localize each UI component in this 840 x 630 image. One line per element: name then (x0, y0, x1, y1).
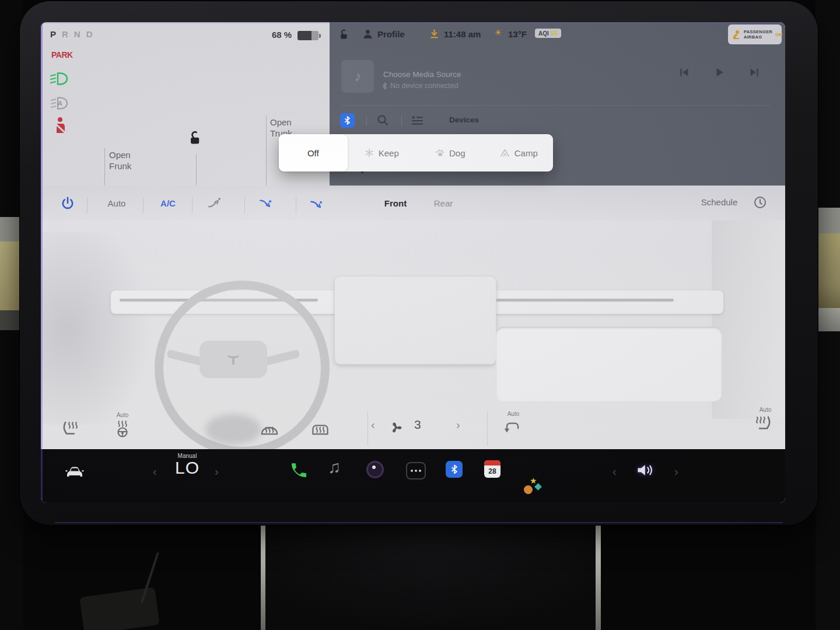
phone-app-icon[interactable] (289, 461, 308, 480)
airbag-status: ON (775, 32, 782, 37)
schedule-clock-icon[interactable] (753, 195, 767, 209)
keeper-option-off[interactable]: Off (279, 134, 348, 172)
gear-n[interactable]: N (74, 29, 80, 39)
driver-seat-heater-button[interactable] (60, 421, 80, 438)
airbag-label-line2: AIRBAG (744, 34, 772, 40)
open-frunk-line1: Open (109, 149, 131, 160)
software-update-icon[interactable] (429, 29, 440, 40)
front-defrost-button[interactable] (260, 421, 279, 437)
svg-text:A: A (58, 100, 62, 107)
play-icon[interactable] (713, 66, 725, 78)
air-recirculation-button[interactable] (503, 419, 522, 435)
calendar-app-icon[interactable]: 28 (484, 460, 501, 478)
cabin-photo: PRND 68 % PARK A Open Frunk Open Tr (0, 0, 840, 630)
temp-value[interactable]: LO (167, 459, 208, 477)
env-right-metal-band (817, 308, 840, 331)
toybox-sun (524, 485, 533, 494)
auto-headlight-icon: A (49, 96, 70, 111)
bluetooth-app-icon[interactable] (446, 461, 463, 478)
calendar-day: 28 (484, 466, 501, 477)
previous-track-icon[interactable] (678, 66, 690, 78)
battery-tip (319, 34, 321, 38)
airbag-icon (732, 29, 741, 40)
lock-status-icon[interactable] (338, 29, 349, 40)
next-track-icon[interactable] (748, 66, 760, 78)
vent-floor-button[interactable] (309, 196, 324, 211)
keeper-keep-label: Keep (379, 148, 399, 158)
battery-level (298, 31, 318, 40)
temp-increase[interactable]: › (215, 466, 219, 477)
volume-increase[interactable]: › (674, 466, 678, 477)
volume-icon[interactable] (636, 462, 656, 478)
dot (411, 470, 413, 472)
passenger-seat-heater-button[interactable] (754, 415, 774, 433)
keeper-option-camp[interactable]: Camp (485, 134, 554, 172)
outside-temperature[interactable]: 13°F (508, 29, 527, 39)
more-apps-icon[interactable] (406, 462, 426, 480)
airbag-label-line1: PASSENGER (744, 29, 772, 34)
music-app-icon[interactable]: ♫ (328, 457, 341, 477)
gear-selector[interactable]: PRND (50, 29, 99, 39)
app-dock: ‹ Manual LO › ♫ 28 ★ (41, 449, 785, 503)
temp-decrease[interactable]: ‹ (153, 466, 157, 477)
gear-p[interactable]: P (50, 29, 56, 39)
media-source-title[interactable]: Choose Media Source (383, 70, 461, 79)
album-art-placeholder[interactable]: ♪ (341, 60, 374, 93)
climate-front-tab[interactable]: Front (372, 198, 419, 208)
profile-label[interactable]: Profile (377, 29, 405, 39)
fan-speed-decrease[interactable]: ‹ (371, 419, 375, 430)
env-left-gray-band (0, 217, 22, 242)
rear-defrost-button[interactable] (311, 421, 330, 437)
climate-auto-button[interactable]: Auto (99, 198, 134, 208)
gear-r[interactable]: R (62, 29, 68, 39)
tesla-logo (226, 352, 240, 366)
aqi-badge[interactable]: AQI55 (535, 29, 561, 38)
chromatic-fringe-left (41, 22, 43, 503)
dog-paw-icon (435, 149, 444, 158)
climate-divider-5 (296, 197, 296, 214)
dot (419, 470, 421, 472)
env-right-gray-band (817, 208, 840, 233)
screen-stand-body (265, 524, 598, 630)
climate-divider-4 (244, 197, 245, 214)
toybox-app-icon[interactable]: ★ (523, 478, 541, 497)
battery-icon[interactable] (298, 31, 321, 40)
passenger-airbag-badge: PASSENGER AIRBAG ON (728, 24, 782, 44)
search-icon[interactable] (376, 114, 389, 127)
cabin-temperature-control[interactable]: Manual LO (167, 453, 208, 477)
steering-wheel-heater-button[interactable] (114, 420, 131, 438)
glovebox (496, 327, 722, 401)
volume-decrease[interactable]: ‹ (612, 466, 617, 477)
open-frunk-button[interactable]: Open Frunk (109, 149, 131, 172)
media-divider (341, 105, 771, 106)
battery-percent[interactable]: 68 % (272, 30, 292, 40)
gear-d[interactable]: D (86, 29, 93, 39)
frunk-leader-line-2 (196, 154, 197, 186)
unlock-icon[interactable] (187, 131, 202, 146)
car-settings-icon[interactable] (64, 464, 85, 480)
climate-schedule-button[interactable]: Schedule (691, 197, 747, 207)
climate-ac-button[interactable]: A/C (152, 198, 184, 208)
fan-section-divider-right (487, 412, 488, 446)
park-brake-indicator: PARK (51, 50, 73, 60)
tab-devices[interactable]: Devices (449, 116, 479, 124)
seatbelt-warning-icon (52, 117, 69, 135)
playlist-icon[interactable] (411, 114, 424, 127)
steering-wheel-hub (200, 341, 267, 378)
keeper-option-dog[interactable]: Dog (416, 134, 485, 172)
screen-stand-edge-left (261, 521, 265, 630)
fan-speed-increase[interactable]: › (456, 419, 460, 430)
climate-rear-tab[interactable]: Rear (423, 198, 464, 208)
keeper-option-keep[interactable]: Keep (348, 134, 416, 172)
keeper-camp-label: Camp (514, 148, 538, 158)
vent-face-button[interactable] (207, 196, 222, 211)
dot (415, 470, 417, 472)
keeper-dog-label: Dog (449, 148, 466, 158)
chromatic-fringe-top (41, 22, 785, 23)
climate-power-button[interactable] (60, 196, 75, 211)
camera-app-icon[interactable] (366, 461, 384, 478)
profile-icon[interactable] (362, 29, 373, 40)
tab-bluetooth[interactable] (340, 113, 355, 128)
vent-body-button[interactable] (258, 196, 273, 211)
dashboard-illustration (41, 220, 785, 449)
